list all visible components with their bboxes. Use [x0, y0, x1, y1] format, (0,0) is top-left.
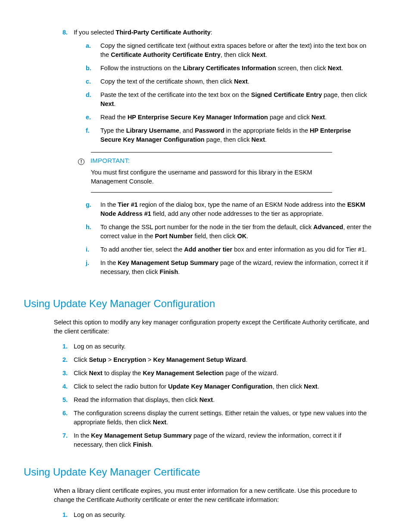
- step-8-marker: 8.: [54, 28, 74, 281]
- important-icon: !: [78, 159, 84, 165]
- sub-e: e.Read the HP Enterprise Secure Key Mana…: [86, 113, 372, 122]
- sec1-step1: 1.Log on as security.: [54, 342, 372, 351]
- sub-i: i.To add another tier, select the Add an…: [86, 245, 372, 254]
- sec1-step6: 6.The configuration screens display the …: [54, 409, 372, 427]
- important-box: !IMPORTANT: You must first configure the…: [91, 152, 332, 193]
- step-8-content: If you selected Third-Party Certificate …: [74, 28, 372, 281]
- sec1-step3: 3.Click Next to display the Key Manageme…: [54, 369, 372, 378]
- sec2-step1: 1.Log on as security.: [54, 510, 372, 520]
- important-note: !IMPORTANT: You must first configure the…: [86, 152, 372, 193]
- sec1-step5: 5.Read the information that displays, th…: [54, 395, 372, 404]
- sec1-intro: Select this option to modify any key man…: [54, 318, 372, 336]
- sub-g: g.In the Tier #1 region of the dialog bo…: [86, 200, 372, 218]
- sub-h: h.To change the SSL port number for the …: [86, 223, 372, 241]
- sub-a: a.Copy the signed certificate text (with…: [86, 41, 372, 59]
- sec1-step7: 7.In the Key Management Setup Summary pa…: [54, 431, 372, 449]
- important-body: You must first configure the username an…: [91, 168, 332, 186]
- sec2-steps: 1.Log on as security.: [54, 510, 372, 520]
- sec1-steps: 1.Log on as security. 2.Click Setup > En…: [54, 342, 372, 449]
- step-8-list: 8. If you selected Third-Party Certifica…: [54, 28, 372, 281]
- important-header: !IMPORTANT:: [91, 156, 332, 165]
- heading-update-cert: Using Update Key Manager Certificate: [24, 465, 372, 480]
- sub-f: f.Type the Library Username, and Passwor…: [86, 126, 372, 144]
- sec1-step4: 4.Click to select the radio button for U…: [54, 382, 372, 391]
- sec1-step2: 2.Click Setup > Encryption > Key Managem…: [54, 355, 372, 364]
- step-8-sublist: a.Copy the signed certificate text (with…: [86, 41, 372, 277]
- sub-b: b.Follow the instructions on the Library…: [86, 64, 372, 73]
- sub-d: d.Paste the text of the certificate into…: [86, 90, 372, 109]
- sec2-intro: When a library client certificate expire…: [54, 486, 372, 504]
- step-8: 8. If you selected Third-Party Certifica…: [54, 28, 372, 281]
- heading-update-config: Using Update Key Manager Configuration: [24, 296, 372, 311]
- sub-j: j.In the Key Management Setup Summary pa…: [86, 258, 372, 277]
- sub-c: c.Copy the text of the certificate shown…: [86, 77, 372, 86]
